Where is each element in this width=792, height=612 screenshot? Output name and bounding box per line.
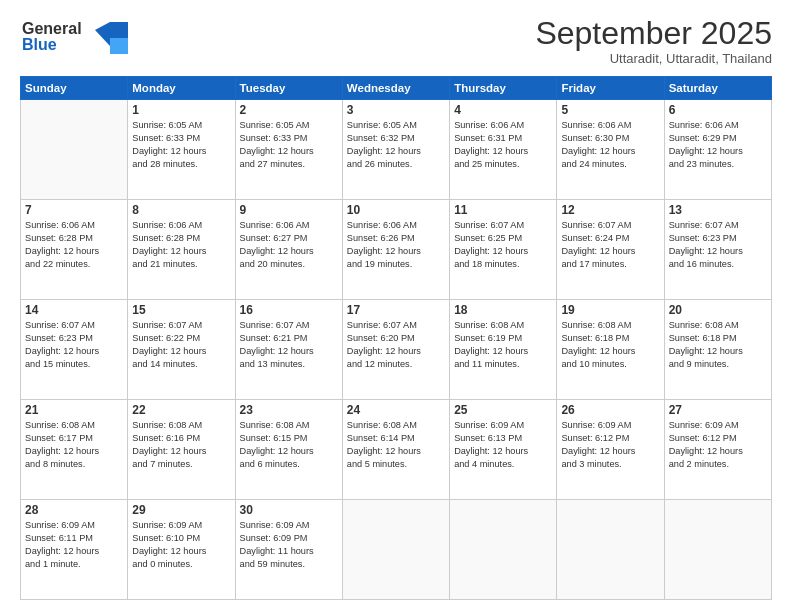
day-info: Sunrise: 6:06 AM Sunset: 6:28 PM Dayligh… bbox=[25, 219, 123, 271]
weekday-header-row: SundayMondayTuesdayWednesdayThursdayFrid… bbox=[21, 77, 772, 100]
calendar-week-row: 7Sunrise: 6:06 AM Sunset: 6:28 PM Daylig… bbox=[21, 200, 772, 300]
day-info: Sunrise: 6:08 AM Sunset: 6:19 PM Dayligh… bbox=[454, 319, 552, 371]
day-info: Sunrise: 6:07 AM Sunset: 6:24 PM Dayligh… bbox=[561, 219, 659, 271]
day-info: Sunrise: 6:09 AM Sunset: 6:09 PM Dayligh… bbox=[240, 519, 338, 571]
calendar-cell: 4Sunrise: 6:06 AM Sunset: 6:31 PM Daylig… bbox=[450, 100, 557, 200]
weekday-header-wednesday: Wednesday bbox=[342, 77, 449, 100]
day-info: Sunrise: 6:05 AM Sunset: 6:32 PM Dayligh… bbox=[347, 119, 445, 171]
day-number: 8 bbox=[132, 203, 230, 217]
day-number: 9 bbox=[240, 203, 338, 217]
day-info: Sunrise: 6:08 AM Sunset: 6:16 PM Dayligh… bbox=[132, 419, 230, 471]
day-number: 5 bbox=[561, 103, 659, 117]
calendar-cell: 11Sunrise: 6:07 AM Sunset: 6:25 PM Dayli… bbox=[450, 200, 557, 300]
calendar-cell: 23Sunrise: 6:08 AM Sunset: 6:15 PM Dayli… bbox=[235, 400, 342, 500]
day-number: 15 bbox=[132, 303, 230, 317]
day-number: 27 bbox=[669, 403, 767, 417]
day-number: 28 bbox=[25, 503, 123, 517]
svg-text:Blue: Blue bbox=[22, 36, 57, 53]
day-info: Sunrise: 6:09 AM Sunset: 6:13 PM Dayligh… bbox=[454, 419, 552, 471]
weekday-header-thursday: Thursday bbox=[450, 77, 557, 100]
day-number: 10 bbox=[347, 203, 445, 217]
calendar-cell: 24Sunrise: 6:08 AM Sunset: 6:14 PM Dayli… bbox=[342, 400, 449, 500]
title-block: September 2025 Uttaradit, Uttaradit, Tha… bbox=[535, 16, 772, 66]
day-info: Sunrise: 6:07 AM Sunset: 6:25 PM Dayligh… bbox=[454, 219, 552, 271]
calendar-cell: 8Sunrise: 6:06 AM Sunset: 6:28 PM Daylig… bbox=[128, 200, 235, 300]
day-info: Sunrise: 6:06 AM Sunset: 6:27 PM Dayligh… bbox=[240, 219, 338, 271]
calendar-cell: 10Sunrise: 6:06 AM Sunset: 6:26 PM Dayli… bbox=[342, 200, 449, 300]
day-info: Sunrise: 6:09 AM Sunset: 6:11 PM Dayligh… bbox=[25, 519, 123, 571]
calendar-table: SundayMondayTuesdayWednesdayThursdayFrid… bbox=[20, 76, 772, 600]
day-info: Sunrise: 6:07 AM Sunset: 6:23 PM Dayligh… bbox=[25, 319, 123, 371]
calendar-cell: 7Sunrise: 6:06 AM Sunset: 6:28 PM Daylig… bbox=[21, 200, 128, 300]
weekday-header-sunday: Sunday bbox=[21, 77, 128, 100]
calendar-cell: 9Sunrise: 6:06 AM Sunset: 6:27 PM Daylig… bbox=[235, 200, 342, 300]
svg-text:General: General bbox=[22, 20, 82, 37]
svg-marker-3 bbox=[110, 38, 128, 54]
calendar-cell: 15Sunrise: 6:07 AM Sunset: 6:22 PM Dayli… bbox=[128, 300, 235, 400]
day-number: 3 bbox=[347, 103, 445, 117]
logo: General Blue bbox=[20, 16, 130, 62]
logo-svg: General Blue bbox=[20, 16, 130, 58]
calendar-cell: 2Sunrise: 6:05 AM Sunset: 6:33 PM Daylig… bbox=[235, 100, 342, 200]
day-number: 21 bbox=[25, 403, 123, 417]
calendar-cell: 1Sunrise: 6:05 AM Sunset: 6:33 PM Daylig… bbox=[128, 100, 235, 200]
day-number: 20 bbox=[669, 303, 767, 317]
day-number: 1 bbox=[132, 103, 230, 117]
day-info: Sunrise: 6:09 AM Sunset: 6:12 PM Dayligh… bbox=[669, 419, 767, 471]
day-info: Sunrise: 6:09 AM Sunset: 6:10 PM Dayligh… bbox=[132, 519, 230, 571]
calendar-cell: 14Sunrise: 6:07 AM Sunset: 6:23 PM Dayli… bbox=[21, 300, 128, 400]
calendar-cell: 17Sunrise: 6:07 AM Sunset: 6:20 PM Dayli… bbox=[342, 300, 449, 400]
calendar-cell: 18Sunrise: 6:08 AM Sunset: 6:19 PM Dayli… bbox=[450, 300, 557, 400]
day-info: Sunrise: 6:05 AM Sunset: 6:33 PM Dayligh… bbox=[132, 119, 230, 171]
calendar-cell: 16Sunrise: 6:07 AM Sunset: 6:21 PM Dayli… bbox=[235, 300, 342, 400]
calendar-cell: 29Sunrise: 6:09 AM Sunset: 6:10 PM Dayli… bbox=[128, 500, 235, 600]
day-info: Sunrise: 6:07 AM Sunset: 6:22 PM Dayligh… bbox=[132, 319, 230, 371]
calendar-cell bbox=[342, 500, 449, 600]
location-subtitle: Uttaradit, Uttaradit, Thailand bbox=[535, 51, 772, 66]
day-number: 13 bbox=[669, 203, 767, 217]
calendar-cell: 13Sunrise: 6:07 AM Sunset: 6:23 PM Dayli… bbox=[664, 200, 771, 300]
day-number: 29 bbox=[132, 503, 230, 517]
day-info: Sunrise: 6:05 AM Sunset: 6:33 PM Dayligh… bbox=[240, 119, 338, 171]
day-info: Sunrise: 6:08 AM Sunset: 6:18 PM Dayligh… bbox=[561, 319, 659, 371]
calendar-cell: 3Sunrise: 6:05 AM Sunset: 6:32 PM Daylig… bbox=[342, 100, 449, 200]
day-number: 26 bbox=[561, 403, 659, 417]
calendar-cell bbox=[557, 500, 664, 600]
day-number: 14 bbox=[25, 303, 123, 317]
day-info: Sunrise: 6:07 AM Sunset: 6:23 PM Dayligh… bbox=[669, 219, 767, 271]
header: General Blue September 2025 Uttaradit, U… bbox=[20, 16, 772, 66]
calendar-cell: 21Sunrise: 6:08 AM Sunset: 6:17 PM Dayli… bbox=[21, 400, 128, 500]
day-info: Sunrise: 6:08 AM Sunset: 6:17 PM Dayligh… bbox=[25, 419, 123, 471]
calendar-cell bbox=[450, 500, 557, 600]
weekday-header-tuesday: Tuesday bbox=[235, 77, 342, 100]
day-number: 30 bbox=[240, 503, 338, 517]
day-info: Sunrise: 6:08 AM Sunset: 6:15 PM Dayligh… bbox=[240, 419, 338, 471]
weekday-header-saturday: Saturday bbox=[664, 77, 771, 100]
calendar-week-row: 28Sunrise: 6:09 AM Sunset: 6:11 PM Dayli… bbox=[21, 500, 772, 600]
logo-block: General Blue bbox=[20, 16, 130, 62]
day-info: Sunrise: 6:07 AM Sunset: 6:20 PM Dayligh… bbox=[347, 319, 445, 371]
calendar-week-row: 21Sunrise: 6:08 AM Sunset: 6:17 PM Dayli… bbox=[21, 400, 772, 500]
calendar-cell: 20Sunrise: 6:08 AM Sunset: 6:18 PM Dayli… bbox=[664, 300, 771, 400]
day-info: Sunrise: 6:06 AM Sunset: 6:26 PM Dayligh… bbox=[347, 219, 445, 271]
calendar-cell: 12Sunrise: 6:07 AM Sunset: 6:24 PM Dayli… bbox=[557, 200, 664, 300]
calendar-cell: 22Sunrise: 6:08 AM Sunset: 6:16 PM Dayli… bbox=[128, 400, 235, 500]
day-number: 18 bbox=[454, 303, 552, 317]
weekday-header-monday: Monday bbox=[128, 77, 235, 100]
day-info: Sunrise: 6:06 AM Sunset: 6:29 PM Dayligh… bbox=[669, 119, 767, 171]
day-info: Sunrise: 6:07 AM Sunset: 6:21 PM Dayligh… bbox=[240, 319, 338, 371]
calendar-week-row: 14Sunrise: 6:07 AM Sunset: 6:23 PM Dayli… bbox=[21, 300, 772, 400]
calendar-cell: 26Sunrise: 6:09 AM Sunset: 6:12 PM Dayli… bbox=[557, 400, 664, 500]
svg-marker-2 bbox=[110, 22, 128, 38]
calendar-cell: 25Sunrise: 6:09 AM Sunset: 6:13 PM Dayli… bbox=[450, 400, 557, 500]
day-number: 6 bbox=[669, 103, 767, 117]
calendar-cell: 28Sunrise: 6:09 AM Sunset: 6:11 PM Dayli… bbox=[21, 500, 128, 600]
calendar-cell bbox=[21, 100, 128, 200]
day-number: 25 bbox=[454, 403, 552, 417]
day-number: 17 bbox=[347, 303, 445, 317]
day-info: Sunrise: 6:06 AM Sunset: 6:31 PM Dayligh… bbox=[454, 119, 552, 171]
calendar-cell: 19Sunrise: 6:08 AM Sunset: 6:18 PM Dayli… bbox=[557, 300, 664, 400]
day-number: 16 bbox=[240, 303, 338, 317]
svg-marker-4 bbox=[95, 22, 110, 46]
day-number: 2 bbox=[240, 103, 338, 117]
